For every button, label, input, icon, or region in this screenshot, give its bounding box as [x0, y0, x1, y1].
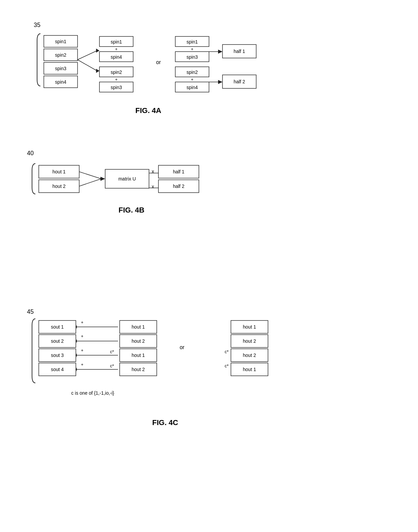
arrow-line-bottom [78, 60, 97, 71]
fig4c-svg: 45 sout 1 sout 2 sout 3 sout 4 + + + + [13, 304, 405, 445]
cstar-right-row3: c* [225, 349, 229, 354]
arrowhead-mid-bottom [96, 69, 99, 73]
arrowhead-half2 [218, 80, 222, 84]
label-mid-spin2: spin2 [111, 69, 122, 75]
line-hout1-matrix [79, 172, 101, 179]
label-right-hout2b: hout 2 [243, 353, 256, 358]
fig4b-ref: 40 [27, 150, 34, 157]
label-4b-half1: half 1 [173, 169, 184, 174]
fig4a-svg: 35 spin1 spin2 spin3 spin4 spin1 + spin [13, 17, 405, 132]
line-hout2-matrix [79, 179, 101, 186]
label-mid-spin1: spin1 [111, 39, 122, 45]
arrowhead-mid-top [96, 49, 99, 53]
page: 35 spin1 spin2 spin3 spin4 spin1 + spin [0, 0, 418, 532]
label-hout1-4c: hout 1 [132, 324, 145, 330]
fig4a-label: FIG. 4A [135, 106, 161, 115]
label-mid-plus2: + [115, 77, 118, 82]
footnote-4c: c is one of {1,-1,io,-i} [71, 390, 114, 396]
fig4a-container: 35 spin1 spin2 spin3 spin4 spin1 + spin [13, 17, 405, 133]
label-hout1b-4c: hout 1 [132, 353, 145, 358]
label-right-spin2: spin2 [186, 69, 198, 75]
plus2: + [81, 334, 84, 339]
plus1: + [81, 320, 84, 325]
label-spin2-left: spin2 [55, 52, 66, 58]
label-4b-half2: half 2 [173, 184, 184, 189]
fig4c-container: 45 sout 1 sout 2 sout 3 sout 4 + + + + [13, 304, 405, 446]
label-right-plus2: + [191, 77, 193, 82]
fig4a-ref: 35 [34, 22, 40, 28]
label-half1: half 1 [234, 49, 245, 54]
fig4b-container: 40 hout 1 hout 2 matrix U x x [13, 145, 317, 224]
fig4a-brace [37, 34, 40, 86]
label-hout2: hout 2 [53, 184, 66, 189]
cstar-right-row4: c* [225, 363, 229, 368]
label-mid-plus1: + [115, 47, 118, 52]
fig4b-brace [32, 164, 35, 194]
fig4c-ref: 45 [27, 308, 34, 315]
label-right-hout1: hout 1 [243, 324, 256, 330]
arrowhead-matrix [100, 177, 105, 181]
label-mid-spin3: spin3 [111, 85, 122, 90]
label-spin4-left: spin4 [55, 79, 66, 85]
label-sout1: sout 1 [51, 324, 64, 330]
label-spin1-left: spin1 [55, 39, 66, 44]
fig4c-label: FIG. 4C [152, 418, 178, 427]
label-spin3-left: spin3 [55, 66, 66, 71]
label-sout3: sout 3 [51, 353, 64, 358]
label-hout2b-4c: hout 2 [132, 367, 145, 372]
cstar-row4: c* [110, 363, 114, 368]
fig4b-label: FIG. 4B [118, 206, 144, 214]
label-hout2-4c: hout 2 [132, 338, 145, 344]
label-right-plus1: + [191, 47, 193, 52]
label-sout4: sout 4 [51, 367, 64, 372]
label-mid-spin4: spin4 [111, 54, 122, 60]
label-or-4a: or [156, 59, 161, 65]
arrow-line-top [78, 51, 97, 60]
cstar-row3: c* [110, 349, 114, 354]
plus4: + [81, 362, 84, 367]
label-right-hout1b: hout 1 [243, 367, 256, 372]
label-sout2: sout 2 [51, 338, 64, 344]
label-x2: x [152, 184, 154, 189]
label-half2: half 2 [234, 79, 245, 84]
fig4b-svg: 40 hout 1 hout 2 matrix U x x [13, 145, 317, 223]
plus3: + [81, 348, 84, 353]
label-or-4c: or [180, 344, 185, 350]
label-right-spin4: spin4 [186, 85, 198, 90]
fig4c-brace [32, 319, 35, 383]
label-right-hout2: hout 2 [243, 338, 256, 344]
label-right-spin1: spin1 [186, 39, 198, 45]
label-right-spin3: spin3 [186, 54, 198, 60]
arrowhead-half1 [218, 50, 222, 54]
label-matrix-u: matrix U [118, 176, 136, 181]
label-hout1: hout 1 [53, 169, 66, 174]
